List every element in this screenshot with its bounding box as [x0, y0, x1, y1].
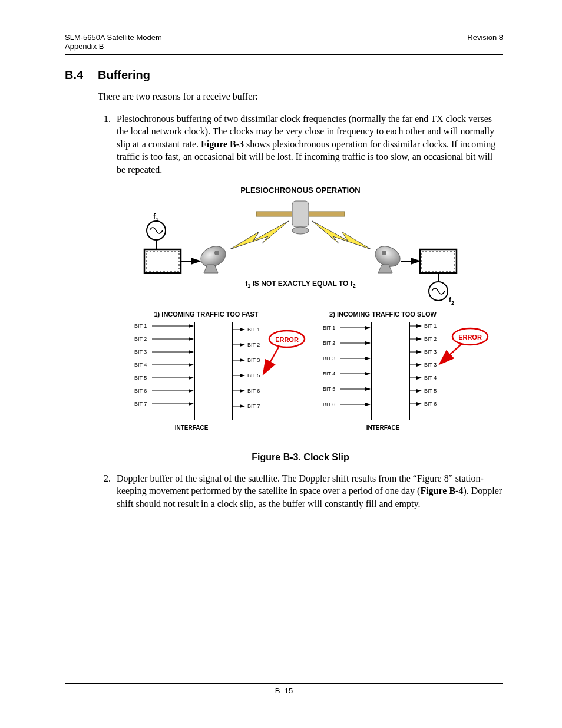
svg-text:BIT 6: BIT 6: [424, 401, 437, 407]
svg-text:BIT 6: BIT 6: [134, 388, 147, 394]
svg-text:BIT 6: BIT 6: [323, 401, 335, 407]
header-appendix: Appendix B: [65, 42, 162, 51]
panel-left-header: 1) INCOMING TRAFFIC TOO FAST: [154, 311, 258, 318]
page-number: B–15: [65, 686, 503, 695]
section-number: B.4: [65, 68, 98, 82]
svg-point-11: [214, 251, 219, 255]
svg-text:BIT 3: BIT 3: [323, 355, 335, 361]
svg-text:BIT 1: BIT 1: [134, 323, 147, 329]
svg-point-13: [382, 251, 386, 255]
error-pointer-right: [441, 344, 462, 363]
svg-text:BIT 6: BIT 6: [247, 388, 260, 394]
ground-station-left-icon: f1: [144, 212, 229, 273]
page-header: SLM-5650A Satellite Modem Appendix B Rev…: [65, 33, 503, 51]
svg-rect-8: [146, 251, 179, 271]
figure-b3: PLESIOCHRONOUS OPERATION f1: [98, 185, 503, 463]
figure-caption: Figure B-3. Clock Slip: [98, 452, 503, 463]
right-out-bits: BIT 1 BIT 2 BIT 3 BIT 3 BIT 4 BIT 5 BIT …: [409, 323, 437, 407]
figure-title: PLESIOCHRONOUS OPERATION: [240, 186, 360, 195]
svg-text:BIT 1: BIT 1: [323, 325, 335, 331]
left-out-bits: BIT 1 BIT 2 BIT 3 BIT 5 BIT 6 BIT 7: [233, 327, 260, 409]
header-left: SLM-5650A Satellite Modem Appendix B: [65, 33, 162, 51]
svg-text:BIT 1: BIT 1: [424, 323, 437, 329]
header-revision: Revision 8: [467, 33, 503, 42]
svg-point-2: [292, 227, 309, 234]
svg-text:BIT 3: BIT 3: [134, 349, 147, 355]
svg-rect-16: [422, 251, 455, 271]
reason-list: Plesiochronous buffering of two dissimil…: [113, 113, 503, 176]
svg-rect-7: [144, 249, 181, 273]
right-in-bits: BIT 1 BIT 2 BIT 3 BIT 4 BIT 5 BIT 6: [323, 325, 370, 407]
item2-figure-ref: Figure B-4: [420, 486, 463, 496]
svg-marker-3: [230, 221, 289, 249]
header-right: Revision 8: [467, 33, 503, 51]
link-right-icon: [312, 221, 371, 249]
footer-rule: [65, 683, 503, 684]
svg-text:BIT 5: BIT 5: [323, 386, 335, 392]
svg-text:BIT 5: BIT 5: [424, 388, 437, 394]
list-item: Doppler buffer of the signal of the sate…: [113, 472, 503, 510]
link-left-icon: [230, 221, 289, 249]
error-pointer-left: [264, 346, 279, 373]
page-footer: B–15: [65, 680, 503, 696]
error-label-left: ERROR: [275, 336, 299, 343]
intro-paragraph: There are two reasons for a receive buff…: [98, 90, 503, 103]
list-item: Plesiochronous buffering of two dissimil…: [113, 113, 503, 176]
panel-too-fast: 1) INCOMING TRAFFIC TOO FAST INTERFACE B…: [134, 311, 305, 431]
svg-marker-4: [312, 221, 371, 249]
ground-station-right-icon: f2: [372, 242, 457, 306]
svg-text:BIT 2: BIT 2: [424, 336, 437, 342]
svg-text:BIT 5: BIT 5: [247, 373, 260, 378]
panel-too-slow: 2) INCOMING TRAFFIC TOO SLOW INTERFACE B…: [323, 311, 488, 431]
section-heading: B.4Buffering: [65, 68, 503, 82]
header-rule: [65, 54, 503, 55]
svg-rect-15: [420, 249, 457, 273]
svg-text:BIT 1: BIT 1: [247, 327, 260, 332]
panel-right-header: 2) INCOMING TRAFFIC TOO SLOW: [329, 311, 437, 318]
interface-label-right: INTERFACE: [366, 424, 400, 431]
svg-text:BIT 2: BIT 2: [134, 336, 147, 342]
interface-label-left: INTERFACE: [175, 424, 209, 431]
svg-text:BIT 7: BIT 7: [134, 401, 147, 407]
figure-note: f1 IS NOT EXACTLY EQUAL TO f2: [245, 279, 356, 289]
svg-text:BIT 4: BIT 4: [424, 375, 437, 381]
document-page: SLM-5650A Satellite Modem Appendix B Rev…: [0, 0, 562, 728]
svg-rect-1: [292, 201, 309, 227]
reason-list-cont: Doppler buffer of the signal of the sate…: [113, 472, 503, 510]
f2-label: f2: [449, 296, 454, 306]
header-product: SLM-5650A Satellite Modem: [65, 33, 162, 42]
svg-text:BIT 2: BIT 2: [247, 342, 260, 348]
item1-figure-ref: Figure B-3: [201, 139, 244, 149]
left-in-bits: BIT 1 BIT 2 BIT 3 BIT 4 BIT 5 BIT 6 BIT …: [134, 323, 193, 407]
figure-svg: PLESIOCHRONOUS OPERATION f1: [112, 185, 489, 444]
section-title: Buffering: [98, 68, 150, 81]
svg-text:BIT 2: BIT 2: [323, 340, 335, 346]
section-body: There are two reasons for a receive buff…: [98, 90, 503, 510]
svg-text:BIT 3: BIT 3: [247, 357, 260, 363]
svg-text:BIT 3: BIT 3: [424, 362, 437, 368]
svg-text:BIT 7: BIT 7: [247, 403, 260, 409]
svg-text:BIT 3: BIT 3: [424, 349, 437, 355]
error-label-right: ERROR: [458, 334, 482, 341]
svg-text:BIT 4: BIT 4: [323, 371, 335, 377]
satellite-icon: [256, 201, 345, 234]
svg-text:BIT 5: BIT 5: [134, 375, 147, 381]
svg-text:BIT 4: BIT 4: [134, 362, 147, 368]
